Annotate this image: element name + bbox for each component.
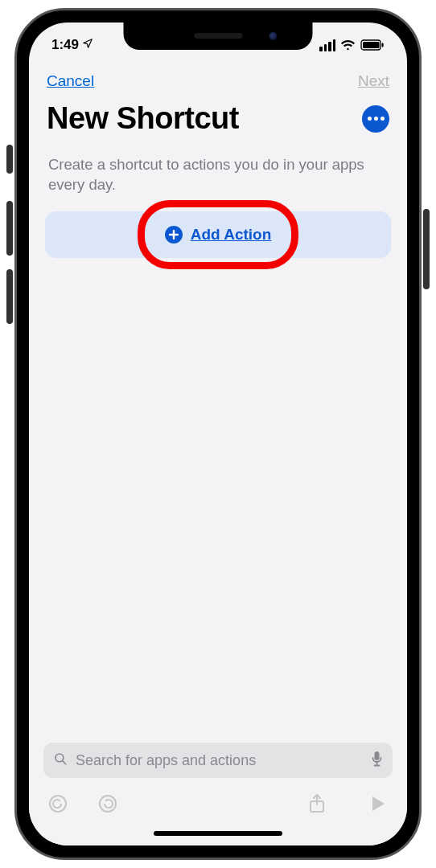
more-options-button[interactable] bbox=[362, 105, 389, 133]
plus-circle-icon bbox=[165, 226, 183, 244]
bottom-area bbox=[29, 743, 407, 845]
home-indicator[interactable] bbox=[154, 831, 282, 836]
next-button: Next bbox=[358, 72, 389, 90]
search-input[interactable] bbox=[76, 752, 363, 769]
screen: 1:49 Cancel Next bbox=[29, 23, 407, 845]
play-icon bbox=[370, 795, 386, 813]
speaker-grille bbox=[194, 33, 242, 39]
volume-mute-switch bbox=[6, 145, 13, 174]
run-button[interactable] bbox=[367, 792, 389, 815]
cancel-button[interactable]: Cancel bbox=[47, 72, 94, 90]
microphone-icon[interactable] bbox=[371, 751, 383, 771]
nav-bar: Cancel Next bbox=[29, 63, 407, 95]
status-time: 1:49 bbox=[51, 37, 79, 53]
undo-button[interactable] bbox=[47, 792, 69, 815]
page-title: New Shortcut bbox=[47, 101, 239, 136]
add-action-label: Add Action bbox=[191, 226, 272, 244]
search-icon bbox=[53, 751, 68, 770]
svg-rect-1 bbox=[363, 42, 380, 48]
add-action-button[interactable]: Add Action bbox=[45, 211, 391, 258]
redo-button[interactable] bbox=[97, 792, 119, 815]
search-field[interactable] bbox=[43, 743, 393, 778]
redo-icon bbox=[98, 794, 117, 813]
svg-line-4 bbox=[63, 760, 66, 764]
phone-frame: 1:49 Cancel Next bbox=[14, 8, 422, 860]
cellular-signal-icon bbox=[319, 39, 335, 51]
bottom-toolbar bbox=[43, 778, 393, 820]
volume-down-button bbox=[6, 269, 13, 324]
status-right bbox=[319, 39, 385, 51]
ellipsis-icon bbox=[374, 117, 378, 121]
title-row: New Shortcut bbox=[29, 95, 407, 144]
svg-rect-5 bbox=[375, 751, 380, 760]
status-left: 1:49 bbox=[51, 37, 93, 53]
volume-up-button bbox=[6, 201, 13, 256]
undo-icon bbox=[48, 794, 68, 813]
add-action-container: Add Action bbox=[29, 211, 407, 258]
notch bbox=[124, 23, 313, 50]
share-button[interactable] bbox=[306, 792, 328, 815]
ellipsis-icon bbox=[380, 117, 385, 121]
side-power-button bbox=[423, 209, 430, 289]
battery-icon bbox=[360, 39, 385, 51]
share-icon bbox=[308, 793, 326, 814]
page-description: Create a shortcut to actions you do in y… bbox=[29, 144, 407, 211]
front-camera bbox=[269, 32, 278, 40]
ellipsis-icon bbox=[368, 117, 372, 121]
svg-rect-2 bbox=[382, 43, 384, 47]
location-arrow-icon bbox=[82, 37, 93, 53]
wifi-icon bbox=[340, 39, 356, 51]
